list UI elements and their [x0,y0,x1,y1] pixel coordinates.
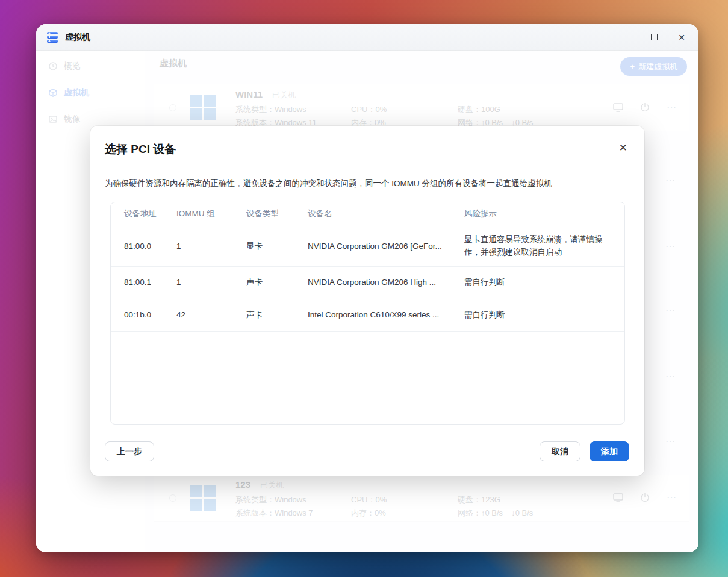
minimize-button[interactable] [618,29,635,46]
iommu-group-cell: 42 [176,309,246,322]
pci-device-dialog: 选择 PCI 设备 ✕ 为确保硬件资源和内存隔离的正确性，避免设备之间的冲突和状… [90,126,644,476]
risk-warning-cell: 需自行判断 [464,276,611,289]
device-name-cell: NVIDIA Corporation GM206 High ... [308,276,464,289]
device-type-cell: 显卡 [246,240,308,253]
close-button[interactable]: ✕ [673,29,690,46]
device-address-cell: 81:00.1 [124,276,176,289]
column-header-device-name: 设备名 [308,208,464,220]
table-row[interactable]: 81:00.1 1 声卡 NVIDIA Corporation GM206 Hi… [111,267,624,299]
titlebar: 虚拟机 ✕ [36,24,698,51]
risk-warning-cell: 需自行判断 [464,309,611,322]
pci-device-table: 设备地址 IOMMU 组 设备类型 设备名 风险提示 81:00.0 1 显卡 … [110,202,625,425]
column-header-iommu-group: IOMMU 组 [176,208,246,220]
minimize-icon [623,37,630,37]
iommu-group-cell: 1 [176,276,246,289]
dialog-description: 为确保硬件资源和内存隔离的正确性，避免设备之间的冲突和状态问题，同一个 IOMM… [105,178,630,189]
add-button[interactable]: 添加 [590,441,629,461]
maximize-button[interactable] [646,29,662,46]
window-title: 虚拟机 [65,32,90,43]
cancel-button[interactable]: 取消 [540,441,580,461]
column-header-device-address: 设备地址 [124,208,176,220]
app-window: 虚拟机 ✕ 概览 虚拟机 [36,24,698,552]
iommu-group-cell: 1 [176,240,246,253]
desktop-wallpaper: 虚拟机 ✕ 概览 虚拟机 [0,0,728,577]
window-controls: ✕ [618,29,698,46]
device-type-cell: 声卡 [246,309,308,322]
dialog-close-button[interactable]: ✕ [619,143,627,153]
column-header-risk-warning: 风险提示 [464,208,611,220]
device-name-cell: NVIDIA Corporation GM206 [GeFor... [308,240,464,253]
dialog-title: 选择 PCI 设备 [105,142,176,157]
device-address-cell: 00:1b.0 [124,309,176,322]
device-type-cell: 声卡 [246,276,308,289]
device-address-cell: 81:00.0 [124,240,176,253]
column-header-device-type: 设备类型 [246,208,308,220]
risk-warning-cell: 显卡直通容易导致系统崩溃，请谨慎操作，并强烈建议取消自启动 [464,234,611,259]
device-name-cell: Intel Corporation C610/X99 series ... [308,309,464,322]
back-button[interactable]: 上一步 [105,441,154,461]
table-row[interactable]: 00:1b.0 42 声卡 Intel Corporation C610/X99… [111,299,624,332]
table-row[interactable]: 81:00.0 1 显卡 NVIDIA Corporation GM206 [G… [111,226,624,267]
maximize-icon [651,34,658,40]
app-logo-icon [47,32,58,43]
table-header-row: 设备地址 IOMMU 组 设备类型 设备名 风险提示 [111,202,624,226]
